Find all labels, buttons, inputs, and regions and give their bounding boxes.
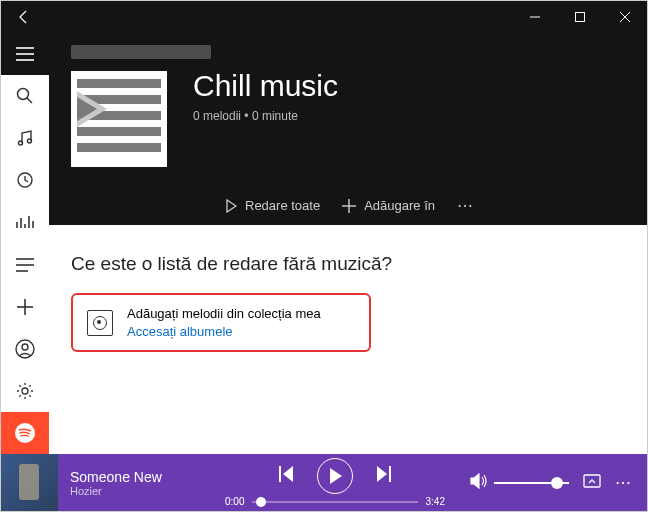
titlebar (1, 1, 647, 33)
svg-point-7 (18, 89, 29, 100)
play-all-label: Redare toate (245, 198, 320, 213)
card-link[interactable]: Accesați albumele (127, 323, 321, 341)
volume-button[interactable] (470, 473, 488, 493)
time-current: 0:00 (225, 496, 244, 507)
minimize-button[interactable] (512, 1, 557, 33)
play-all-button[interactable]: Redare toate (225, 198, 320, 213)
time-total: 3:42 (426, 496, 445, 507)
album-icon (87, 310, 113, 336)
content-area: Ce este o listă de redare fără muzică? A… (49, 225, 647, 454)
cast-button[interactable] (583, 474, 601, 492)
add-to-button[interactable]: Adăugare în (342, 198, 435, 213)
hamburger-menu-button[interactable] (1, 33, 49, 75)
add-songs-card[interactable]: Adăugați melodii din colecția mea Accesa… (71, 293, 371, 352)
svg-point-23 (22, 344, 28, 350)
search-button[interactable] (1, 75, 49, 117)
recent-button[interactable] (1, 159, 49, 201)
track-artist: Hozier (70, 485, 200, 497)
spotify-button[interactable] (1, 412, 49, 454)
play-button[interactable] (317, 458, 353, 494)
playlist-hero: Chill music 0 melodii • 0 minute Redare … (49, 33, 647, 225)
seek-bar[interactable] (252, 501, 417, 503)
empty-heading: Ce este o listă de redare fără muzică? (71, 253, 625, 275)
service-logo (71, 45, 211, 59)
add-to-label: Adăugare în (364, 198, 435, 213)
maximize-button[interactable] (557, 1, 602, 33)
card-text: Adăugați melodii din colecția mea (127, 305, 321, 323)
sidebar (1, 33, 49, 454)
track-title: Someone New (70, 469, 200, 485)
svg-point-10 (28, 139, 32, 143)
previous-button[interactable] (277, 466, 295, 486)
svg-point-9 (19, 141, 23, 145)
svg-point-25 (15, 423, 35, 443)
my-music-button[interactable] (1, 117, 49, 159)
svg-point-22 (16, 340, 34, 358)
player-bar: Someone New Hozier 0:00 3:42 ⋯ (1, 454, 647, 511)
more-actions-button[interactable]: ⋯ (457, 196, 475, 215)
now-playing-artwork[interactable] (1, 454, 58, 511)
account-button[interactable] (1, 328, 49, 370)
now-playing-button[interactable] (1, 201, 49, 243)
playlist-artwork (71, 71, 167, 167)
svg-rect-1 (575, 13, 584, 22)
settings-button[interactable] (1, 370, 49, 412)
svg-point-24 (22, 388, 28, 394)
svg-rect-28 (584, 475, 600, 487)
back-button[interactable] (1, 1, 47, 33)
next-button[interactable] (375, 466, 393, 486)
close-button[interactable] (602, 1, 647, 33)
playlists-button[interactable] (1, 243, 49, 285)
add-playlist-button[interactable] (1, 286, 49, 328)
playlist-title: Chill music (193, 69, 338, 103)
more-icon: ⋯ (457, 196, 475, 215)
playlist-meta: 0 melodii • 0 minute (193, 109, 338, 123)
player-more-button[interactable]: ⋯ (615, 473, 633, 492)
svg-line-8 (27, 98, 32, 103)
volume-slider[interactable] (494, 482, 569, 484)
